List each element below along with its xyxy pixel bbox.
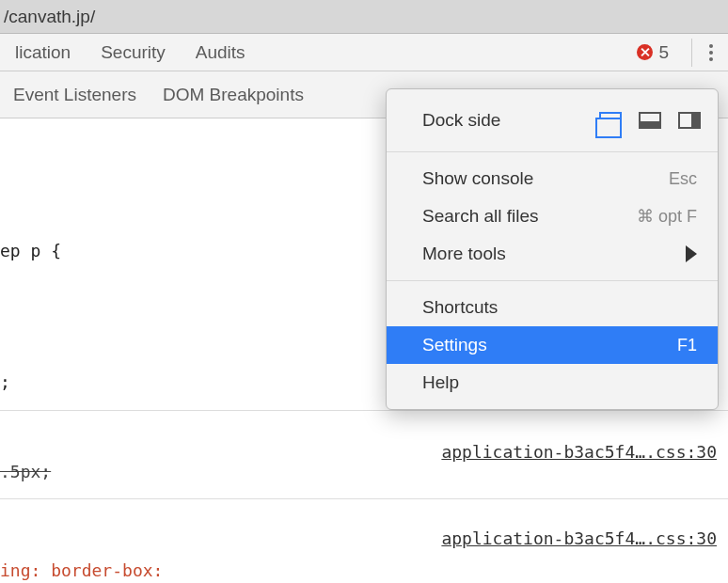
rule-separator	[0, 410, 728, 411]
menu-shortcuts[interactable]: Shortcuts	[387, 289, 718, 326]
css-declaration-invalid[interactable]: ing: border-box:	[0, 560, 163, 580]
css-declaration-1[interactable]: ;	[0, 372, 10, 392]
tab-security[interactable]: Security	[86, 42, 181, 63]
menu-help[interactable]: Help	[387, 364, 718, 402]
dock-bottom-icon[interactable]	[639, 112, 661, 129]
accel-text: Esc	[669, 169, 697, 189]
css-source-link-2[interactable]: application-b3ac5f4….css:30	[441, 528, 717, 548]
css-source-link-1[interactable]: application-b3ac5f4….css:30	[441, 442, 717, 462]
accel-text: F1	[677, 336, 697, 355]
submenu-arrow-icon	[686, 245, 697, 262]
tab-event-listeners[interactable]: Event Listeners	[0, 85, 150, 105]
error-count: 5	[658, 42, 669, 63]
dock-side-label: Dock side	[422, 110, 599, 131]
css-rule-selector[interactable]: ep p {	[0, 241, 61, 260]
menu-more-tools[interactable]: More tools	[387, 235, 718, 273]
url-text: /canvath.jp/	[4, 7, 95, 27]
kebab-menu-icon[interactable]	[691, 39, 719, 67]
rule-separator	[0, 498, 728, 499]
devtools-main-menu: Dock side Show console Esc Search all fi…	[386, 88, 719, 410]
tab-audits[interactable]: Audits	[181, 42, 261, 63]
address-bar[interactable]: /canvath.jp/	[0, 0, 728, 34]
menu-dock-side: Dock side	[387, 97, 718, 144]
css-declaration-struck[interactable]: .5px;	[0, 462, 51, 481]
dock-right-icon[interactable]	[678, 112, 701, 129]
error-icon	[637, 44, 653, 60]
menu-show-console[interactable]: Show console Esc	[387, 160, 718, 197]
devtools-toolbar: lication Security Audits 5	[0, 34, 728, 71]
error-count-badge[interactable]: 5	[637, 42, 669, 63]
accel-text: ⌘ opt F	[637, 206, 697, 227]
tab-dom-breakpoints[interactable]: DOM Breakpoints	[150, 85, 317, 105]
dock-undock-icon[interactable]	[599, 112, 622, 129]
tab-application[interactable]: lication	[0, 42, 86, 63]
menu-settings[interactable]: Settings F1	[387, 326, 718, 364]
menu-search-all-files[interactable]: Search all files ⌘ opt F	[387, 197, 718, 235]
